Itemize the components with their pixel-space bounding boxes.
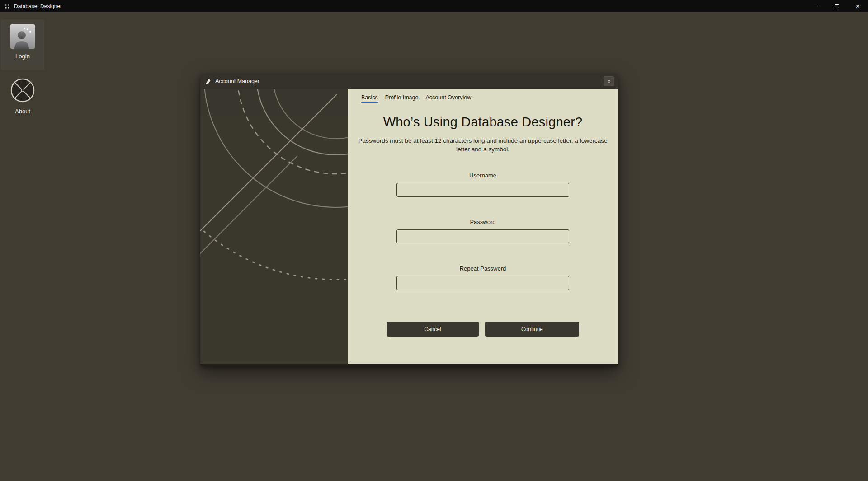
tab-basics[interactable]: Basics (361, 94, 378, 103)
password-label: Password (470, 219, 495, 225)
dialog-title: Account Manager (215, 78, 259, 84)
dialog-close-button[interactable]: x (604, 76, 614, 86)
dialog-button-row: Cancel Continue (348, 322, 618, 337)
sidebar-item-login-label: Login (15, 53, 30, 60)
password-requirements-text: Passwords must be at least 12 characters… (352, 137, 613, 154)
maximize-button[interactable] (826, 0, 847, 12)
minimize-icon (814, 6, 818, 6)
account-manager-dialog: Account Manager x (200, 74, 618, 366)
sidebar-item-about-label: About (15, 108, 30, 115)
repeat-password-label: Repeat Password (460, 265, 506, 272)
workspace: Login About Account Manager x (0, 12, 868, 481)
minimize-button[interactable] (806, 0, 826, 12)
password-field-group: Password (348, 219, 618, 243)
sidebar-item-about[interactable]: About (1, 75, 44, 120)
username-field-group: Username (348, 172, 618, 197)
close-button[interactable]: × (847, 0, 868, 12)
decorative-arcs (200, 89, 348, 364)
dialog-titlebar[interactable]: Account Manager x (200, 74, 618, 89)
close-icon: × (856, 3, 859, 9)
dialog-tabs: Basics Profile Image Account Overview (361, 94, 618, 103)
username-input[interactable] (396, 183, 569, 197)
username-label: Username (469, 172, 496, 179)
dialog-heading: Who’s Using Database Designer? (348, 115, 618, 130)
repeat-password-field-group: Repeat Password (348, 265, 618, 290)
maximize-icon (835, 4, 839, 8)
app-icon (4, 3, 10, 9)
sidebar-item-login[interactable]: Login (1, 19, 44, 70)
dialog-bottom-band (200, 364, 618, 366)
repeat-password-input[interactable] (396, 276, 569, 290)
continue-button[interactable]: Continue (485, 322, 579, 337)
password-input[interactable] (396, 229, 569, 243)
dialog-art-panel (200, 89, 348, 364)
window-controls: × (806, 0, 868, 12)
cancel-button[interactable]: Cancel (387, 322, 479, 337)
login-avatar-icon (10, 24, 35, 49)
tab-profile-image[interactable]: Profile Image (385, 94, 419, 103)
window-title: Database_Designer (14, 3, 62, 9)
about-icon (9, 76, 37, 104)
dialog-brush-icon (205, 78, 212, 85)
tab-account-overview[interactable]: Account Overview (425, 94, 471, 103)
dialog-body: Basics Profile Image Account Overview Wh… (200, 89, 618, 364)
dialog-content-panel: Basics Profile Image Account Overview Wh… (348, 89, 618, 364)
window-titlebar: Database_Designer × (0, 0, 868, 12)
